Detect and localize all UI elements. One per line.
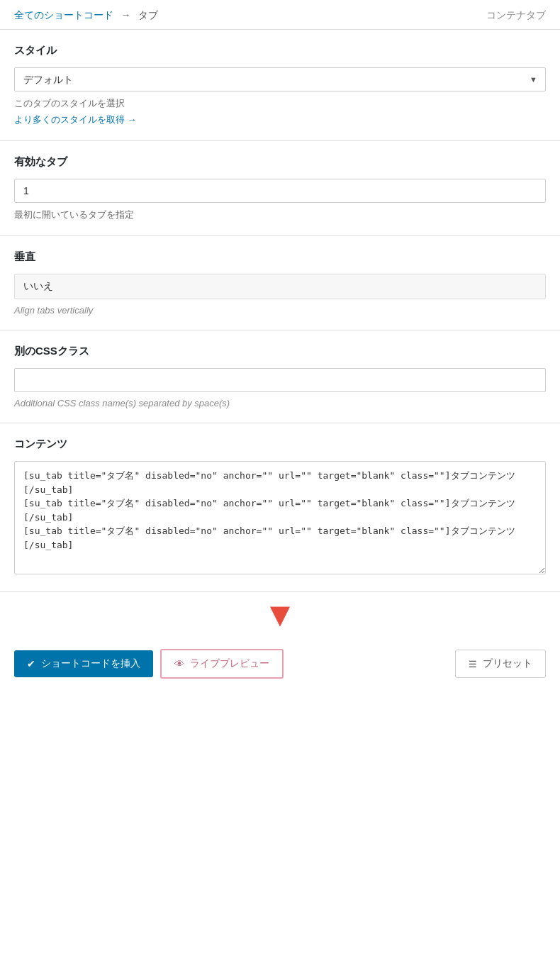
active-tab-input[interactable] [14, 179, 546, 203]
vertical-hint: Align tabs vertically [14, 305, 546, 316]
preset-button-label: プリセット [483, 657, 532, 670]
page-wrapper: 全てのショートコード → タブ コンテナタブ スタイル デフォルト このタブのス… [0, 0, 560, 690]
container-label: コンテナタブ [486, 9, 546, 22]
style-select-wrapper: デフォルト [14, 67, 546, 91]
active-tab-label: 有効なタブ [14, 155, 546, 169]
insert-button-label: ショートコードを挿入 [41, 657, 140, 670]
content-section: コンテンツ [su_tab title="タブ名" disabled="no" … [0, 423, 560, 592]
content-textarea[interactable]: [su_tab title="タブ名" disabled="no" anchor… [14, 461, 546, 574]
vertical-label: 垂直 [14, 250, 546, 264]
vertical-section: 垂直 いいえ Align tabs vertically [0, 236, 560, 330]
style-section-label: スタイル [14, 44, 546, 57]
all-shortcodes-link[interactable]: 全てのショートコード [14, 9, 113, 21]
arrow-container: ▼ [0, 592, 560, 638]
style-select[interactable]: デフォルト [14, 67, 546, 91]
active-tab-hint: 最初に開いているタブを指定 [14, 208, 546, 221]
css-hint: Additional CSS class name(s) separated b… [14, 398, 546, 408]
style-section: スタイル デフォルト このタブのスタイルを選択 より多くのスタイルを取得 → [0, 30, 560, 141]
preset-button[interactable]: ☰ プリセット [455, 650, 546, 678]
style-hint-text: このタブのスタイルを選択 [14, 97, 546, 110]
breadcrumb-bar: 全てのショートコード → タブ コンテナタブ [0, 0, 560, 30]
footer-buttons: ✔ ショートコードを挿入 👁 ライブプレビュー ☰ プリセット [0, 638, 560, 690]
insert-shortcode-button[interactable]: ✔ ショートコードを挿入 [14, 650, 153, 677]
breadcrumb-current: タブ [138, 9, 158, 21]
breadcrumb: 全てのショートコード → タブ [14, 9, 158, 22]
breadcrumb-separator: → [121, 9, 130, 21]
style-more-link[interactable]: より多くのスタイルを取得 → [14, 114, 137, 125]
live-preview-button[interactable]: 👁 ライブプレビュー [160, 649, 284, 679]
eye-icon: 👁 [174, 658, 184, 669]
active-tab-section: 有効なタブ 最初に開いているタブを指定 [0, 141, 560, 236]
menu-icon: ☰ [469, 659, 477, 669]
preview-button-label: ライブプレビュー [190, 657, 269, 670]
down-arrow-icon: ▼ [263, 598, 297, 632]
css-input[interactable] [14, 368, 546, 392]
css-section-label: 別のCSSクラス [14, 345, 546, 358]
check-icon: ✔ [27, 658, 35, 669]
css-section: 別のCSSクラス Additional CSS class name(s) se… [0, 330, 560, 423]
content-label: コンテンツ [14, 438, 546, 451]
vertical-value: いいえ [14, 274, 546, 299]
